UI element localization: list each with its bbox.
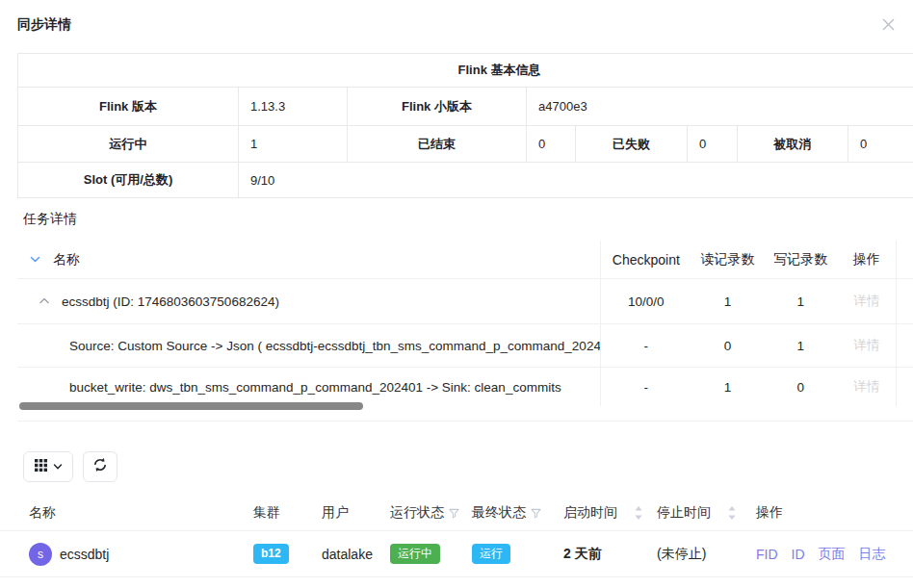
filter-icon[interactable] [531, 508, 541, 519]
task-write-count: 0 [764, 368, 837, 406]
jobs-col-final-status: 最终状态 [472, 504, 563, 522]
detail-link[interactable]: 详情 [853, 337, 879, 354]
slot-label: Slot (可用/总数) [18, 163, 239, 198]
modal-title: 同步详情 [17, 16, 71, 34]
task-details-table: 名称 Checkpoint 读记录数 写记录数 操作 ecssdbtj (ID:… [17, 241, 913, 406]
task-write-count: 1 [764, 279, 837, 323]
task-col-name: 名称 [17, 241, 600, 278]
table-row: bucket_write: dws_tbn_sms_command_p_comm… [17, 368, 913, 406]
finished-value: 0 [527, 126, 576, 163]
flink-version-label: Flink 版本 [18, 88, 239, 126]
task-col-write: 写记录数 [764, 241, 837, 278]
task-table-header: 名称 Checkpoint 读记录数 写记录数 操作 [17, 241, 913, 279]
slot-value: 9/10 [239, 163, 913, 198]
sorter-icon[interactable] [635, 506, 642, 520]
sorter-icon[interactable] [728, 506, 736, 520]
task-col-checkpoint: Checkpoint [601, 241, 691, 278]
jobs-col-stop-time: 停止时间 [657, 504, 756, 522]
job-user: datalake [322, 547, 390, 562]
column-settings-button[interactable] [23, 451, 73, 482]
task-details-title: 任务详情 [23, 211, 77, 228]
fid-link[interactable]: FID [756, 547, 778, 562]
close-icon[interactable] [878, 14, 898, 34]
jobs-col-action: 操作 [756, 504, 913, 522]
flink-info-table: Flink 基本信息 Flink 版本 1.13.3 Flink 小版本 a47… [17, 53, 913, 198]
cluster-badge: b12 [253, 544, 289, 563]
page-link[interactable]: 页面 [819, 546, 846, 563]
log-link[interactable]: 日志 [859, 546, 886, 563]
running-value: 1 [239, 126, 348, 163]
table-row: s ecssdbtj b12 datalake 运行中 运行 2 天前 (未停止… [0, 531, 913, 577]
flink-minor-version-label: Flink 小版本 [348, 88, 527, 126]
jobs-table: 名称 集群 用户 运行状态 最终状态 启动时间 [0, 496, 913, 577]
task-checkpoint: - [601, 368, 691, 406]
job-name: ecssdbtj [60, 547, 109, 562]
detail-link[interactable]: 详情 [853, 378, 879, 396]
refresh-button[interactable] [83, 451, 117, 482]
chevron-down-icon [53, 458, 63, 475]
flink-info-title: Flink 基本信息 [18, 54, 913, 88]
task-col-name-label: 名称 [53, 251, 80, 268]
finished-label: 已结束 [348, 126, 527, 163]
table-row: ecssdbtj (ID: 1746803603750682624) 10/0/… [17, 279, 913, 324]
sync-detail-modal: 同步详情 Flink 基本信息 Flink 版本 1.13.3 Flink 小版… [0, 0, 913, 588]
cancelled-label: 被取消 [738, 126, 848, 163]
task-write-count: 1 [764, 324, 837, 367]
avatar: s [29, 543, 52, 566]
expand-all-icon[interactable] [29, 253, 41, 266]
task-checkpoint: - [601, 324, 691, 367]
table-bottom-border [17, 421, 913, 422]
detail-link[interactable]: 详情 [853, 293, 879, 310]
horizontal-scrollbar[interactable] [19, 402, 363, 410]
jobs-col-user: 用户 [322, 504, 390, 522]
jobs-table-header: 名称 集群 用户 运行状态 最终状态 启动时间 [0, 496, 913, 531]
task-read-count: 0 [691, 324, 765, 367]
failed-value: 0 [688, 126, 738, 163]
jobs-col-start-time: 启动时间 [563, 504, 657, 522]
task-col-read: 读记录数 [691, 241, 765, 278]
jobs-col-run-status: 运行状态 [390, 504, 472, 522]
refresh-icon [92, 457, 108, 476]
grid-icon [35, 458, 47, 475]
jobs-col-cluster: 集群 [253, 504, 322, 522]
jobs-col-name: 名称 [0, 504, 253, 522]
job-stop-time: (未停止) [657, 546, 756, 563]
task-name: ecssdbtj (ID: 1746803603750682624) [62, 294, 279, 309]
job-start-time: 2 天前 [563, 546, 657, 563]
task-checkpoint: 10/0/0 [601, 279, 691, 323]
fixed-column-gutter [896, 241, 913, 278]
final-status-badge: 运行 [472, 544, 510, 563]
id-link[interactable]: ID [792, 547, 805, 562]
collapse-row-icon[interactable] [39, 295, 50, 307]
task-read-count: 1 [691, 279, 765, 323]
flink-minor-version-value: a4700e3 [527, 88, 913, 126]
filter-icon[interactable] [449, 508, 459, 519]
run-status-badge: 运行中 [390, 544, 440, 563]
task-col-action: 操作 [837, 241, 896, 278]
task-name: Source: Custom Source -> Json ( ecssdbtj… [69, 339, 600, 353]
cancelled-value: 0 [848, 126, 913, 163]
task-read-count: 1 [691, 368, 765, 406]
failed-label: 已失败 [576, 126, 688, 163]
table-row: Source: Custom Source -> Json ( ecssdbtj… [17, 324, 913, 368]
running-label: 运行中 [18, 126, 239, 163]
flink-version-value: 1.13.3 [239, 88, 348, 126]
task-name: bucket_write: dws_tbn_sms_command_p_comm… [69, 380, 561, 395]
